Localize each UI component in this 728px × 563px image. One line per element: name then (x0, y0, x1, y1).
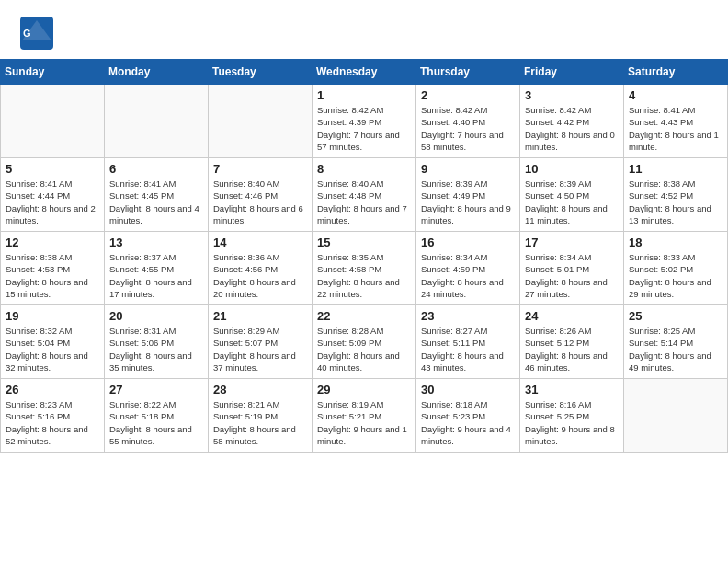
calendar-cell (624, 379, 728, 453)
calendar-cell: 6Sunrise: 8:41 AM Sunset: 4:45 PM Daylig… (105, 158, 209, 232)
svg-text:G: G (23, 28, 31, 39)
calendar-cell: 3Sunrise: 8:42 AM Sunset: 4:42 PM Daylig… (520, 85, 624, 158)
day-content: Sunrise: 8:40 AM Sunset: 4:48 PM Dayligh… (317, 178, 411, 226)
day-number: 26 (6, 383, 99, 396)
calendar-cell: 17Sunrise: 8:34 AM Sunset: 5:01 PM Dayli… (520, 232, 624, 305)
day-number: 2 (421, 88, 515, 102)
day-number: 25 (629, 309, 722, 323)
calendar-week-4: 19Sunrise: 8:32 AM Sunset: 5:04 PM Dayli… (1, 305, 728, 379)
calendar-cell: 7Sunrise: 8:40 AM Sunset: 4:46 PM Daylig… (209, 158, 313, 232)
day-content: Sunrise: 8:36 AM Sunset: 4:56 PM Dayligh… (213, 251, 307, 300)
day-number: 15 (317, 236, 411, 249)
calendar-cell: 25Sunrise: 8:25 AM Sunset: 5:14 PM Dayli… (624, 305, 728, 379)
calendar-cell: 26Sunrise: 8:23 AM Sunset: 5:16 PM Dayli… (1, 379, 105, 453)
calendar-cell: 10Sunrise: 8:39 AM Sunset: 4:50 PM Dayli… (520, 158, 624, 232)
calendar-cell: 19Sunrise: 8:32 AM Sunset: 5:04 PM Dayli… (1, 305, 105, 379)
calendar-cell: 30Sunrise: 8:18 AM Sunset: 5:23 PM Dayli… (416, 379, 520, 453)
day-number: 14 (213, 236, 307, 249)
calendar-cell: 22Sunrise: 8:28 AM Sunset: 5:09 PM Dayli… (313, 305, 416, 379)
logo: G (18, 15, 59, 52)
calendar-cell (209, 85, 313, 158)
weekday-header-wednesday: Wednesday (313, 60, 416, 85)
day-number: 8 (317, 162, 411, 176)
day-number: 29 (317, 383, 411, 396)
day-content: Sunrise: 8:40 AM Sunset: 4:46 PM Dayligh… (213, 178, 307, 226)
weekday-header-tuesday: Tuesday (209, 60, 313, 85)
day-content: Sunrise: 8:22 AM Sunset: 5:18 PM Dayligh… (109, 398, 203, 447)
calendar-cell: 31Sunrise: 8:16 AM Sunset: 5:25 PM Dayli… (520, 379, 624, 453)
day-number: 11 (629, 162, 722, 176)
day-content: Sunrise: 8:42 AM Sunset: 4:42 PM Dayligh… (525, 104, 619, 153)
calendar-cell: 9Sunrise: 8:39 AM Sunset: 4:49 PM Daylig… (416, 158, 520, 232)
day-content: Sunrise: 8:19 AM Sunset: 5:21 PM Dayligh… (317, 398, 411, 447)
calendar-cell: 28Sunrise: 8:21 AM Sunset: 5:19 PM Dayli… (209, 379, 313, 453)
calendar-cell: 15Sunrise: 8:35 AM Sunset: 4:58 PM Dayli… (313, 232, 416, 305)
calendar-cell: 18Sunrise: 8:33 AM Sunset: 5:02 PM Dayli… (624, 232, 728, 305)
day-number: 23 (421, 309, 515, 323)
day-number: 9 (421, 162, 515, 176)
day-content: Sunrise: 8:26 AM Sunset: 5:12 PM Dayligh… (525, 325, 619, 373)
day-number: 12 (6, 236, 99, 249)
calendar-cell: 12Sunrise: 8:38 AM Sunset: 4:53 PM Dayli… (1, 232, 105, 305)
day-number: 3 (525, 88, 619, 102)
calendar-cell: 4Sunrise: 8:41 AM Sunset: 4:43 PM Daylig… (624, 85, 728, 158)
day-content: Sunrise: 8:38 AM Sunset: 4:53 PM Dayligh… (6, 251, 99, 300)
day-number: 7 (213, 162, 307, 176)
day-content: Sunrise: 8:41 AM Sunset: 4:45 PM Dayligh… (109, 178, 203, 226)
day-number: 21 (213, 309, 307, 323)
weekday-header-saturday: Saturday (624, 60, 728, 85)
weekday-header-monday: Monday (105, 60, 209, 85)
day-content: Sunrise: 8:38 AM Sunset: 4:52 PM Dayligh… (629, 178, 722, 226)
day-number: 19 (6, 309, 99, 323)
calendar-cell: 8Sunrise: 8:40 AM Sunset: 4:48 PM Daylig… (313, 158, 416, 232)
calendar-cell: 2Sunrise: 8:42 AM Sunset: 4:40 PM Daylig… (416, 85, 520, 158)
calendar-cell: 14Sunrise: 8:36 AM Sunset: 4:56 PM Dayli… (209, 232, 313, 305)
day-content: Sunrise: 8:33 AM Sunset: 5:02 PM Dayligh… (629, 251, 722, 300)
day-number: 22 (317, 309, 411, 323)
day-content: Sunrise: 8:42 AM Sunset: 4:39 PM Dayligh… (317, 104, 411, 153)
calendar-week-5: 26Sunrise: 8:23 AM Sunset: 5:16 PM Dayli… (1, 379, 728, 453)
day-number: 16 (421, 236, 515, 249)
day-content: Sunrise: 8:34 AM Sunset: 5:01 PM Dayligh… (525, 251, 619, 300)
day-content: Sunrise: 8:28 AM Sunset: 5:09 PM Dayligh… (317, 325, 411, 373)
day-content: Sunrise: 8:39 AM Sunset: 4:49 PM Dayligh… (421, 178, 515, 226)
day-number: 13 (109, 236, 203, 249)
day-number: 6 (109, 162, 203, 176)
calendar-cell: 29Sunrise: 8:19 AM Sunset: 5:21 PM Dayli… (313, 379, 416, 453)
calendar-cell: 23Sunrise: 8:27 AM Sunset: 5:11 PM Dayli… (416, 305, 520, 379)
day-content: Sunrise: 8:25 AM Sunset: 5:14 PM Dayligh… (629, 325, 722, 373)
day-content: Sunrise: 8:32 AM Sunset: 5:04 PM Dayligh… (6, 325, 99, 373)
day-content: Sunrise: 8:18 AM Sunset: 5:23 PM Dayligh… (421, 398, 515, 447)
calendar-cell (1, 85, 105, 158)
calendar-week-1: 1Sunrise: 8:42 AM Sunset: 4:39 PM Daylig… (1, 85, 728, 158)
day-number: 18 (629, 236, 722, 249)
day-number: 10 (525, 162, 619, 176)
calendar-week-3: 12Sunrise: 8:38 AM Sunset: 4:53 PM Dayli… (1, 232, 728, 305)
day-content: Sunrise: 8:16 AM Sunset: 5:25 PM Dayligh… (525, 398, 619, 447)
day-content: Sunrise: 8:37 AM Sunset: 4:55 PM Dayligh… (109, 251, 203, 300)
day-content: Sunrise: 8:29 AM Sunset: 5:07 PM Dayligh… (213, 325, 307, 373)
calendar-week-2: 5Sunrise: 8:41 AM Sunset: 4:44 PM Daylig… (1, 158, 728, 232)
calendar-header: SundayMondayTuesdayWednesdayThursdayFrid… (1, 60, 728, 85)
day-number: 30 (421, 383, 515, 396)
calendar-cell: 21Sunrise: 8:29 AM Sunset: 5:07 PM Dayli… (209, 305, 313, 379)
day-content: Sunrise: 8:23 AM Sunset: 5:16 PM Dayligh… (6, 398, 99, 447)
day-number: 4 (629, 88, 722, 102)
day-number: 28 (213, 383, 307, 396)
calendar-cell: 20Sunrise: 8:31 AM Sunset: 5:06 PM Dayli… (105, 305, 209, 379)
day-content: Sunrise: 8:21 AM Sunset: 5:19 PM Dayligh… (213, 398, 307, 447)
day-content: Sunrise: 8:31 AM Sunset: 5:06 PM Dayligh… (109, 325, 203, 373)
day-number: 24 (525, 309, 619, 323)
day-number: 5 (6, 162, 99, 176)
day-number: 20 (109, 309, 203, 323)
day-content: Sunrise: 8:41 AM Sunset: 4:43 PM Dayligh… (629, 104, 722, 153)
calendar-cell: 1Sunrise: 8:42 AM Sunset: 4:39 PM Daylig… (313, 85, 416, 158)
page-header: G (0, 0, 728, 59)
logo-icon: G (18, 15, 55, 52)
day-content: Sunrise: 8:35 AM Sunset: 4:58 PM Dayligh… (317, 251, 411, 300)
day-number: 27 (109, 383, 203, 396)
weekday-header-friday: Friday (520, 60, 624, 85)
calendar-cell: 24Sunrise: 8:26 AM Sunset: 5:12 PM Dayli… (520, 305, 624, 379)
calendar-cell: 16Sunrise: 8:34 AM Sunset: 4:59 PM Dayli… (416, 232, 520, 305)
day-content: Sunrise: 8:42 AM Sunset: 4:40 PM Dayligh… (421, 104, 515, 153)
